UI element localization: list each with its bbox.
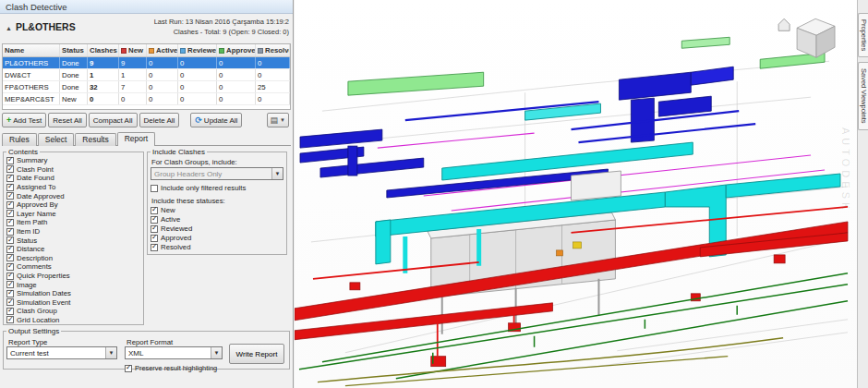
current-test-title: ▲PL&OTHERS <box>6 21 76 32</box>
check-label: Status <box>17 236 37 245</box>
panel-titlebar[interactable]: Clash Detective <box>0 0 293 14</box>
checkbox[interactable] <box>151 244 158 251</box>
checkbox[interactable] <box>6 308 14 315</box>
contents-checklist: SummaryClash PointDate FoundAssigned ToD… <box>6 156 140 324</box>
column-resolved[interactable]: Resolved <box>256 44 290 56</box>
check-item-item-path[interactable]: Item Path <box>6 218 140 227</box>
cell-clashes: 9 <box>88 57 119 68</box>
check-item-assigned-to[interactable]: Assigned To <box>6 183 140 192</box>
checkbox[interactable] <box>6 290 14 297</box>
checkbox[interactable] <box>151 235 158 242</box>
column-status[interactable]: Status <box>60 44 88 56</box>
column-name[interactable]: Name <box>3 44 60 56</box>
checkbox[interactable] <box>6 165 14 173</box>
tab-rules[interactable]: Rules <box>2 133 37 146</box>
checkbox[interactable] <box>6 219 14 226</box>
check-item-item-id[interactable]: Item ID <box>6 227 140 236</box>
table-row[interactable]: FP&OTHERS Done 32 7 0 0 0 25 <box>3 81 290 93</box>
check-item-clash-point[interactable]: Clash Point <box>6 165 140 175</box>
checkbox[interactable] <box>151 207 158 214</box>
check-item-clash-group[interactable]: Clash Group <box>6 307 140 316</box>
cell-active: 0 <box>147 69 178 80</box>
group-headers-dropdown[interactable]: Group Headers Only ▼ <box>151 167 283 180</box>
check-item-comments[interactable]: Comments <box>6 262 140 272</box>
checkbox[interactable] <box>6 236 14 244</box>
check-item-reviewed[interactable]: Reviewed <box>151 224 283 234</box>
checkbox[interactable] <box>6 175 14 182</box>
preserve-highlighting-checkbox-row[interactable]: Preserve result highlighting <box>125 364 217 373</box>
tab-saved-viewpoints[interactable]: Saved Viewpoints <box>858 62 868 129</box>
checkbox[interactable] <box>6 210 14 217</box>
check-item-image[interactable]: Image <box>6 280 140 289</box>
column-reviewed[interactable]: Reviewed <box>178 44 217 56</box>
check-item-simulation-dates[interactable]: Simulation Dates <box>6 289 140 298</box>
check-item-grid-location[interactable]: Grid Location <box>6 316 140 325</box>
model-viewport[interactable]: AUTODESK <box>295 0 857 388</box>
check-item-simulation-event[interactable]: Simulation Event <box>6 298 140 308</box>
report-format-dropdown[interactable]: XML ▼ <box>125 346 223 359</box>
chevron-down-icon: ▼ <box>280 117 285 123</box>
check-item-summary[interactable]: Summary <box>6 156 140 165</box>
delete-all-button[interactable]: Delete All <box>139 113 180 127</box>
checkbox[interactable] <box>6 254 14 261</box>
report-type-dropdown[interactable]: Current test ▼ <box>6 346 117 359</box>
table-row[interactable]: DW&CT Done 1 1 0 0 0 0 <box>3 69 290 81</box>
table-row[interactable]: PL&OTHERS Done 9 9 0 0 0 0 <box>3 57 290 69</box>
filtered-results-checkbox-row[interactable]: Include only filtered results <box>151 184 283 193</box>
clash-groups-label: For Clash Groups, include: <box>151 158 283 166</box>
refresh-icon: ⟳ <box>195 115 202 125</box>
update-all-button[interactable]: ⟳Update All <box>190 113 242 127</box>
check-label: Description <box>17 254 53 262</box>
checkbox[interactable] <box>6 184 14 191</box>
new-status-icon <box>121 48 127 54</box>
checkbox[interactable] <box>6 246 14 253</box>
checkbox[interactable] <box>6 228 14 236</box>
checkbox[interactable] <box>125 365 132 372</box>
column-approved[interactable]: Approved <box>217 44 256 56</box>
check-item-approved-by[interactable]: Approved By <box>6 200 140 210</box>
checkbox[interactable] <box>6 273 14 280</box>
view-cube[interactable] <box>797 18 835 57</box>
table-row[interactable]: MEP&ARC&ST New 0 0 0 0 0 0 <box>3 93 290 105</box>
check-item-status[interactable]: Status <box>6 236 140 245</box>
check-item-approved[interactable]: Approved <box>151 234 283 243</box>
checkbox[interactable] <box>6 263 14 271</box>
checkbox[interactable] <box>6 157 14 164</box>
checkbox[interactable] <box>6 281 14 288</box>
check-item-quick-properties[interactable]: Quick Properties <box>6 272 140 281</box>
check-item-new[interactable]: New <box>151 206 283 215</box>
compact-all-button[interactable]: Compact All <box>89 113 138 127</box>
checkbox[interactable] <box>151 185 158 192</box>
checkbox[interactable] <box>6 201 14 209</box>
checkbox[interactable] <box>6 192 14 200</box>
checkbox[interactable] <box>151 216 158 224</box>
tab-properties[interactable]: Properties <box>858 13 868 57</box>
model-canvas[interactable] <box>295 0 857 388</box>
checkbox[interactable] <box>151 225 158 233</box>
tab-results[interactable]: Results <box>75 133 115 146</box>
collapse-icon[interactable]: ▲ <box>6 25 12 31</box>
column-new[interactable]: New <box>119 44 147 56</box>
check-item-description[interactable]: Description <box>6 254 140 263</box>
checkbox[interactable] <box>6 316 14 323</box>
check-item-distance[interactable]: Distance <box>6 245 140 254</box>
check-item-resolved[interactable]: Resolved <box>151 243 283 252</box>
home-icon[interactable] <box>778 18 790 30</box>
check-item-active[interactable]: Active <box>151 215 283 224</box>
write-report-button[interactable]: Write Report <box>229 344 284 364</box>
check-label: Preserve result highlighting <box>135 364 217 372</box>
cell-approved: 0 <box>217 93 256 104</box>
checkbox[interactable] <box>6 298 14 306</box>
add-test-button[interactable]: +Add Test <box>2 113 46 127</box>
column-clashes[interactable]: Clashes <box>88 44 119 56</box>
check-label: Comments <box>17 262 52 271</box>
column-active[interactable]: Active <box>147 44 178 56</box>
tab-report[interactable]: Report <box>117 132 156 146</box>
cell-reviewed: 0 <box>178 81 217 92</box>
check-item-date-found[interactable]: Date Found <box>6 174 140 183</box>
tab-select[interactable]: Select <box>38 133 75 146</box>
check-item-layer-name[interactable]: Layer Name <box>6 210 140 219</box>
reset-all-button[interactable]: Reset All <box>48 113 87 127</box>
report-menu-button[interactable]: ▤▼ <box>267 113 289 127</box>
check-item-date-approved[interactable]: Date Approved <box>6 191 140 200</box>
